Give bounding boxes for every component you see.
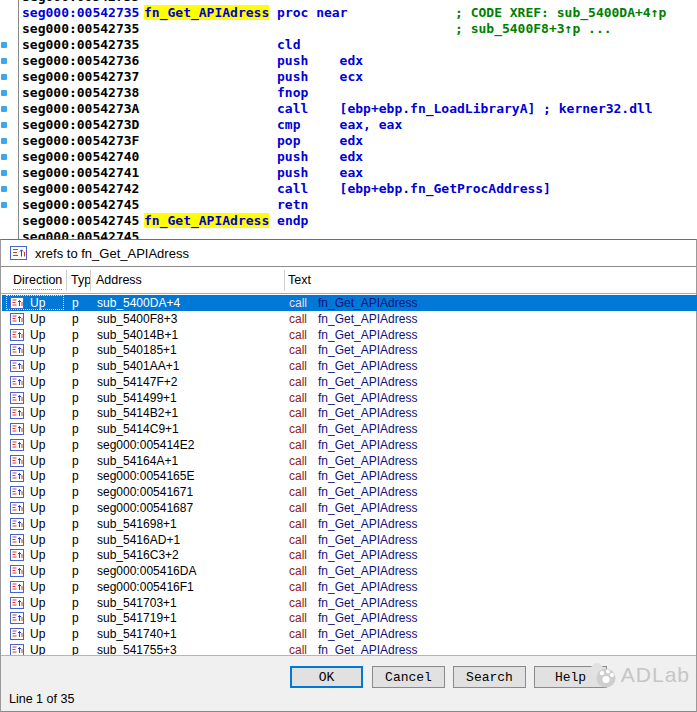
xref-text-target: fn_Get_APIAdress	[318, 596, 417, 610]
xref-text-mnemonic: call	[289, 328, 307, 342]
xref-table-row[interactable]: Uppseg000:005416F1callfn_Get_APIAdress	[2, 579, 697, 595]
column-divider[interactable]	[90, 270, 91, 291]
xref-type: p	[72, 296, 79, 310]
xref-direction: Up	[30, 343, 45, 357]
xref-text-mnemonic: call	[289, 533, 307, 547]
xref-row-icon	[10, 518, 24, 530]
xref-text-target: fn_Get_APIAdress	[318, 343, 417, 357]
xref-table-row[interactable]: Uppsub_541698+1callfn_Get_APIAdress	[2, 516, 697, 532]
xref-row-icon	[10, 392, 24, 404]
asm-instruction: cld	[277, 37, 300, 52]
xref-address: sub_54164A+1	[97, 454, 178, 468]
xref-text-mnemonic: call	[289, 312, 307, 326]
xref-direction: Up	[30, 422, 45, 436]
asm-line[interactable]: seg000:00542745retn	[0, 197, 697, 213]
asm-line[interactable]: seg000:00542742call [ebp+ebp.fn_GetProcA…	[0, 181, 697, 197]
xref-table-row[interactable]: Uppsub_5400F8+3callfn_Get_APIAdress	[2, 311, 697, 327]
asm-instruction: fnop	[277, 85, 308, 100]
xref-text-mnemonic: call	[289, 627, 307, 641]
xref-table-row[interactable]: Uppsub_540185+1callfn_Get_APIAdress	[2, 342, 697, 358]
asm-line[interactable]: seg000:00542735; sub_5400F8+3↑p ...	[0, 21, 697, 37]
xref-address: sub_5416AD+1	[97, 533, 180, 547]
xref-table-row[interactable]: Uppsub_5414B2+1callfn_Get_APIAdress	[2, 405, 697, 421]
highlighted-function-name[interactable]: fn_Get_APIAdress	[144, 5, 269, 20]
dialog-titlebar[interactable]: xrefs to fn_Get_APIAdress	[1, 240, 696, 267]
xref-direction: Up	[30, 501, 45, 515]
xref-text-mnemonic: call	[289, 375, 307, 389]
xref-row-icon	[10, 565, 24, 577]
xref-row-icon	[10, 376, 24, 388]
xref-table-row[interactable]: Uppsub_541703+1callfn_Get_APIAdress	[2, 595, 697, 611]
xref-type: p	[72, 627, 79, 641]
xref-table-row[interactable]: Uppsub_541740+1callfn_Get_APIAdress	[2, 626, 697, 642]
column-divider[interactable]	[284, 270, 285, 291]
column-header-address[interactable]: Address	[96, 273, 142, 287]
xref-direction: Up	[30, 580, 45, 594]
xref-text-mnemonic: call	[289, 469, 307, 483]
asm-line[interactable]: seg000:0054273Fpop edx	[0, 133, 697, 149]
column-divider[interactable]	[66, 270, 67, 291]
asm-line[interactable]: seg000:00542735cld	[0, 37, 697, 53]
asm-line[interactable]: seg000:00542745fn_Get_APIAdress endp	[0, 213, 697, 229]
xref-table-row[interactable]: Uppsub_5416AD+1callfn_Get_APIAdress	[2, 532, 697, 548]
xref-type: p	[72, 391, 79, 405]
xref-table-row[interactable]: Uppsub_5400DA+4callfn_Get_APIAdress	[2, 295, 697, 311]
asm-line[interactable]: seg000:00542737push ecx	[0, 69, 697, 85]
xref-row-icon	[10, 423, 24, 435]
xref-table-row[interactable]: Uppsub_54147F+2callfn_Get_APIAdress	[2, 374, 697, 390]
xref-text-mnemonic: call	[289, 564, 307, 578]
asm-line[interactable]: seg000:00542736push edx	[0, 53, 697, 69]
xref-row-icon	[10, 360, 24, 372]
xref-table-row[interactable]: Uppsub_5401AA+1callfn_Get_APIAdress	[2, 358, 697, 374]
xref-text-target: fn_Get_APIAdress	[318, 375, 417, 389]
nav-dot-icon	[1, 138, 7, 144]
xref-table-row[interactable]: Uppsub_54164A+1callfn_Get_APIAdress	[2, 453, 697, 469]
disassembly-listing[interactable]: seg000:00542735seg000:00542735fn_Get_API…	[0, 0, 697, 239]
xref-table-row[interactable]: Uppseg000:0054165Ecallfn_Get_APIAdress	[2, 468, 697, 484]
xref-table-row[interactable]: Uppseg000:00541687callfn_Get_APIAdress	[2, 500, 697, 516]
xref-table-row[interactable]: Uppsub_5416C3+2callfn_Get_APIAdress	[2, 547, 697, 563]
highlighted-function-name[interactable]: fn_Get_APIAdress	[144, 213, 269, 228]
xref-address: sub_5414B2+1	[97, 406, 178, 420]
xref-row-icon	[10, 628, 24, 640]
xref-text-target: fn_Get_APIAdress	[318, 438, 417, 452]
cancel-button[interactable]: Cancel	[372, 666, 445, 688]
xref-type: p	[72, 343, 79, 357]
xref-table-row[interactable]: Uppsub_541499+1callfn_Get_APIAdress	[2, 390, 697, 406]
xref-table-row[interactable]: Uppsub_541719+1callfn_Get_APIAdress	[2, 610, 697, 626]
asm-instruction: push edx	[277, 149, 363, 164]
column-header-text[interactable]: Text	[288, 273, 311, 287]
xref-direction: Up	[30, 564, 45, 578]
asm-address: seg000:0054273F	[22, 133, 139, 148]
asm-instruction: retn	[277, 197, 308, 212]
xref-table-row[interactable]: Uppsub_5414C9+1callfn_Get_APIAdress	[2, 421, 697, 437]
asm-line[interactable]: seg000:00542735fn_Get_APIAdress proc nea…	[0, 5, 697, 21]
xref-direction: Up	[30, 312, 45, 326]
xref-table-row[interactable]: Uppseg000:005416DAcallfn_Get_APIAdress	[2, 563, 697, 579]
asm-line[interactable]: seg000:0054273Dcmp eax, eax	[0, 117, 697, 133]
column-header-typ[interactable]: Typ	[71, 273, 91, 287]
nav-dot-icon	[1, 202, 7, 208]
asm-address: seg000:0054273A	[22, 101, 139, 116]
xref-table-row[interactable]: Uppseg000:00541671callfn_Get_APIAdress	[2, 484, 697, 500]
xref-table-row[interactable]: Uppseg000:005414E2callfn_Get_APIAdress	[2, 437, 697, 453]
xref-address: sub_54014B+1	[97, 328, 178, 342]
xref-row-icon	[10, 549, 24, 561]
xref-table-row[interactable]: Uppsub_54014B+1callfn_Get_APIAdress	[2, 327, 697, 343]
adlab-paw-icon	[587, 661, 617, 689]
xref-address: sub_541698+1	[97, 517, 177, 531]
asm-line[interactable]: seg000:00542741push eax	[0, 165, 697, 181]
xref-row-icon	[10, 581, 24, 593]
asm-line[interactable]: seg000:0054273Acall [ebp+ebp.fn_LoadLibr…	[0, 101, 697, 117]
xref-text-target: fn_Get_APIAdress	[318, 454, 417, 468]
xref-text-target: fn_Get_APIAdress	[318, 611, 417, 625]
asm-instruction: push eax	[277, 165, 363, 180]
column-header-direction[interactable]: Direction	[13, 273, 62, 290]
ok-button[interactable]: OK	[290, 666, 363, 688]
asm-line[interactable]: seg000:00542740push edx	[0, 149, 697, 165]
asm-line[interactable]: seg000:00542738fnop	[0, 85, 697, 101]
search-button[interactable]: Search	[453, 666, 526, 688]
xref-type: p	[72, 485, 79, 499]
asm-line[interactable]: seg000:00542745	[0, 229, 697, 239]
asm-address: seg000:00542735	[22, 0, 139, 4]
